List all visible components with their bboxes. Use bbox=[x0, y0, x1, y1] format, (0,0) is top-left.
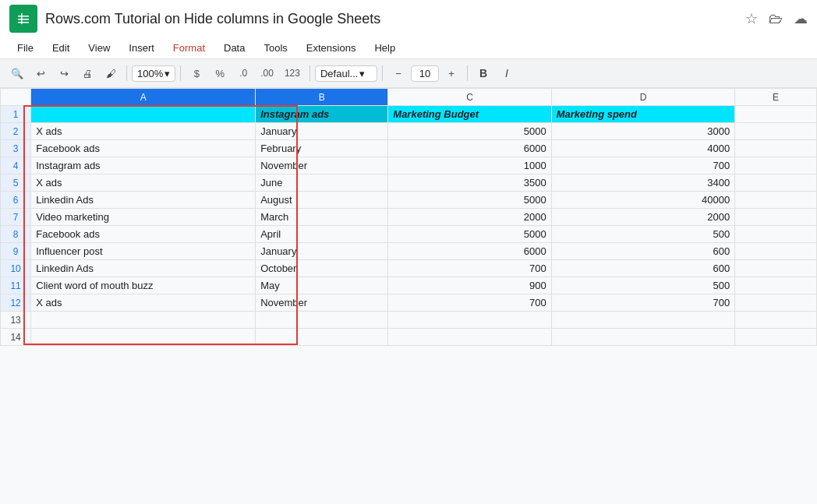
cell-a-2[interactable]: X ads bbox=[31, 123, 256, 140]
cell-c-7[interactable]: 2000 bbox=[388, 209, 551, 226]
cell-e-8[interactable] bbox=[735, 226, 817, 243]
menu-tools[interactable]: Tools bbox=[256, 39, 295, 57]
cell-d-6[interactable]: 40000 bbox=[551, 192, 735, 209]
font-selector[interactable]: Defaul... ▾ bbox=[315, 65, 377, 82]
cell-a-6[interactable]: Linkedin Ads bbox=[31, 192, 256, 209]
cell-e-9[interactable] bbox=[735, 243, 817, 260]
redo-button[interactable]: ↪ bbox=[53, 62, 75, 84]
cell-c-6[interactable]: 5000 bbox=[388, 192, 551, 209]
cell-d-13[interactable] bbox=[551, 312, 735, 329]
menu-file[interactable]: File bbox=[9, 39, 41, 57]
cell-d-8[interactable]: 500 bbox=[551, 226, 735, 243]
cell-b-4[interactable]: November bbox=[256, 157, 388, 174]
cell-b-5[interactable]: June bbox=[256, 174, 388, 192]
cell-a-5[interactable]: X ads bbox=[31, 174, 256, 192]
menu-insert[interactable]: Insert bbox=[121, 39, 162, 57]
cell-d-7[interactable]: 2000 bbox=[551, 209, 735, 226]
menu-format[interactable]: Format bbox=[165, 39, 213, 57]
print-button[interactable]: 🖨 bbox=[76, 62, 98, 84]
cell-c-5[interactable]: 3500 bbox=[388, 174, 551, 192]
cell-b-12[interactable]: November bbox=[256, 294, 388, 312]
cell-e-12[interactable] bbox=[735, 294, 817, 312]
cell-a-11[interactable]: Client word of mouth buzz bbox=[31, 277, 256, 294]
cell-a-7[interactable]: Video marketing bbox=[31, 209, 256, 226]
italic-button[interactable]: I bbox=[496, 62, 518, 84]
font-size-box[interactable]: 10 bbox=[411, 65, 439, 82]
col-header-c[interactable]: C bbox=[388, 89, 551, 106]
cell-e-14[interactable] bbox=[735, 329, 817, 346]
cell-e-11[interactable] bbox=[735, 277, 817, 294]
cell-c-3[interactable]: 6000 bbox=[388, 140, 551, 157]
cell-b-11[interactable]: May bbox=[256, 277, 388, 294]
cell-d-4[interactable]: 700 bbox=[551, 157, 735, 174]
cell-c-8[interactable]: 5000 bbox=[388, 226, 551, 243]
cell-a-3[interactable]: Facebook ads bbox=[31, 140, 256, 157]
cell-b-8[interactable]: April bbox=[256, 226, 388, 243]
cloud-icon[interactable]: ☁ bbox=[794, 10, 808, 27]
cell-d-11[interactable]: 500 bbox=[551, 277, 735, 294]
undo-button[interactable]: ↩ bbox=[30, 62, 51, 84]
cell-d-1[interactable]: Marketing spend bbox=[551, 106, 735, 123]
cell-e-2[interactable] bbox=[735, 123, 817, 140]
cell-a-10[interactable]: Linkedin Ads bbox=[31, 260, 256, 277]
cell-b-3[interactable]: February bbox=[256, 140, 388, 157]
cell-e-13[interactable] bbox=[735, 312, 817, 329]
font-size-increase-button[interactable]: + bbox=[440, 62, 462, 84]
cell-e-3[interactable] bbox=[735, 140, 817, 157]
menu-view[interactable]: View bbox=[80, 39, 118, 57]
menu-help[interactable]: Help bbox=[366, 39, 403, 57]
cell-e-6[interactable] bbox=[735, 192, 817, 209]
cell-b-2[interactable]: January bbox=[256, 123, 388, 140]
font-size-decrease-button[interactable]: − bbox=[387, 62, 409, 84]
cell-d-12[interactable]: 700 bbox=[551, 294, 735, 312]
cell-c-1[interactable]: Marketing Budget bbox=[388, 106, 551, 123]
cell-a-9[interactable]: Influencer post bbox=[31, 243, 256, 260]
cell-b-7[interactable]: March bbox=[256, 209, 388, 226]
decimal-increase-button[interactable]: .00 bbox=[256, 62, 278, 84]
cell-d-9[interactable]: 600 bbox=[551, 243, 735, 260]
folder-icon[interactable]: 🗁 bbox=[769, 11, 783, 27]
cell-c-11[interactable]: 900 bbox=[388, 277, 551, 294]
cell-c-13[interactable] bbox=[388, 312, 551, 329]
cell-d-10[interactable]: 600 bbox=[551, 260, 735, 277]
menu-extensions[interactable]: Extensions bbox=[299, 39, 364, 57]
star-icon[interactable]: ☆ bbox=[745, 10, 758, 27]
cell-c-14[interactable] bbox=[388, 329, 551, 346]
cell-d-2[interactable]: 3000 bbox=[551, 123, 735, 140]
num-format-button[interactable]: 123 bbox=[280, 62, 305, 84]
cell-e-7[interactable] bbox=[735, 209, 817, 226]
cell-c-2[interactable]: 5000 bbox=[388, 123, 551, 140]
col-header-a[interactable]: A bbox=[31, 89, 256, 106]
cell-e-5[interactable] bbox=[735, 174, 817, 192]
cell-b-6[interactable]: August bbox=[256, 192, 388, 209]
menu-data[interactable]: Data bbox=[216, 39, 253, 57]
cell-e-1[interactable] bbox=[735, 106, 817, 123]
paint-format-button[interactable]: 🖌 bbox=[100, 62, 122, 84]
col-header-d[interactable]: D bbox=[551, 89, 735, 106]
cell-c-9[interactable]: 6000 bbox=[388, 243, 551, 260]
cell-d-3[interactable]: 4000 bbox=[551, 140, 735, 157]
cell-a-14[interactable] bbox=[31, 329, 256, 346]
cell-b-1[interactable]: Instagram ads bbox=[256, 106, 388, 123]
cell-b-10[interactable]: October bbox=[256, 260, 388, 277]
cell-e-10[interactable] bbox=[735, 260, 817, 277]
cell-c-4[interactable]: 1000 bbox=[388, 157, 551, 174]
cell-c-10[interactable]: 700 bbox=[388, 260, 551, 277]
currency-button[interactable]: $ bbox=[186, 62, 207, 84]
cell-d-5[interactable]: 3400 bbox=[551, 174, 735, 192]
cell-d-14[interactable] bbox=[551, 329, 735, 346]
menu-edit[interactable]: Edit bbox=[44, 39, 77, 57]
cell-a-1[interactable] bbox=[31, 106, 256, 123]
cell-b-9[interactable]: January bbox=[256, 243, 388, 260]
cell-c-12[interactable]: 700 bbox=[388, 294, 551, 312]
cell-e-4[interactable] bbox=[735, 157, 817, 174]
cell-b-14[interactable] bbox=[256, 329, 388, 346]
cell-a-13[interactable] bbox=[31, 312, 256, 329]
search-button[interactable]: 🔍 bbox=[6, 62, 28, 84]
cell-b-13[interactable] bbox=[256, 312, 388, 329]
cell-a-12[interactable]: X ads bbox=[31, 294, 256, 312]
col-header-e[interactable]: E bbox=[735, 89, 817, 106]
zoom-selector[interactable]: 100% ▾ bbox=[132, 65, 175, 82]
cell-a-4[interactable]: Instagram ads bbox=[31, 157, 256, 174]
cell-a-8[interactable]: Facebook ads bbox=[31, 226, 256, 243]
